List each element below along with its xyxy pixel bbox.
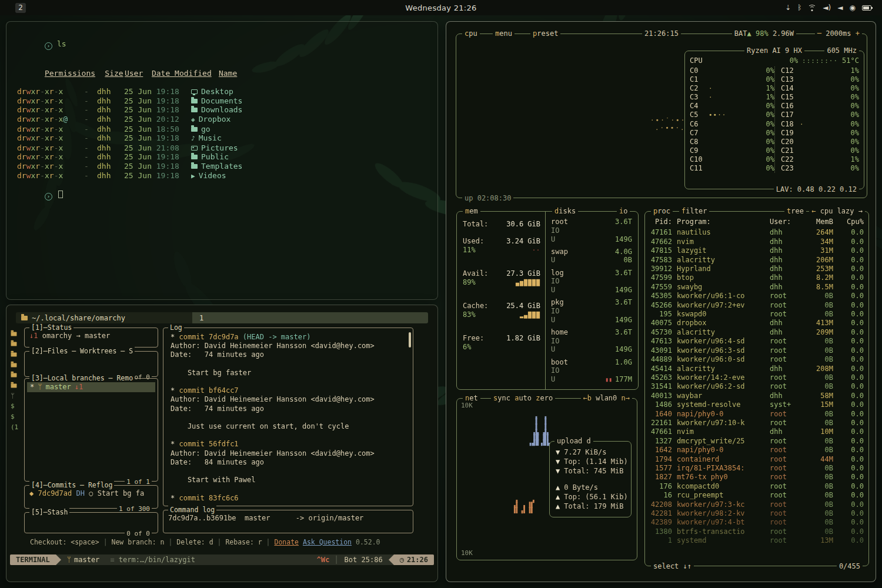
tree-button[interactable]: tree [784, 206, 806, 216]
sort-selector[interactable]: ← cpu lazy → [809, 206, 865, 216]
cpu-core-row: C60% [690, 120, 774, 129]
terminal-window[interactable]: ›ls PermissionsSizeUserDate ModifiedName… [6, 21, 438, 300]
process-row[interactable]: 1577irq/81-PIXA3854:root0B0.0 [650, 464, 864, 473]
process-row[interactable]: 176kcompactd0root0B0.0 [650, 482, 864, 491]
workspace-indicator[interactable]: 2 [15, 3, 26, 13]
process-row[interactable]: 47662nvimdhh34M0.0 [650, 238, 864, 246]
process-row[interactable]: 195kswapd0root0B0.0 [650, 310, 864, 319]
process-row[interactable]: 22161kworker/u97:10-kroot0B0.0 [650, 419, 864, 427]
filter-button[interactable]: filter [679, 206, 709, 216]
process-row[interactable]: 43091kworker/u96:3-sdroot0B0.0 [650, 346, 864, 355]
network-box[interactable]: net sync auto zero ←b wlan0 n→ 10K 10K ▖… [456, 398, 637, 560]
disks-label[interactable]: disks [552, 206, 578, 216]
mic-icon[interactable]: ◄ [837, 4, 843, 11]
process-row[interactable]: 47661nvimdhh10M0.0 [650, 427, 864, 436]
net-option-auto[interactable]: auto [514, 393, 532, 403]
stash-panel[interactable]: [5]─Stash 0 of 0 [24, 512, 158, 533]
update-interval-control[interactable]: ─ 2000ms + [815, 29, 862, 38]
branch-row[interactable]: *ᛘmaster↓1 [27, 382, 155, 392]
commits-panel[interactable]: [4]─Commits ─ Reflog ◆ 7dc9d7ad DH ○ Sta… [24, 485, 158, 509]
repo-branch: omarchy → master [42, 332, 111, 340]
log-commit: * commit bf64cc7Author: David Heinemeier… [171, 386, 407, 440]
process-row[interactable]: 45730alacrittydhh209M0.0 [650, 328, 864, 337]
memory-box[interactable]: mem disks io Total:30.6 GiBUsed:3.24 GiB… [456, 211, 639, 390]
tab-1[interactable]: 1 [199, 314, 203, 322]
folder-icon [191, 99, 198, 103]
process-row[interactable]: 47161nautilusdhh264M0.0 [650, 228, 864, 237]
donate-link[interactable]: Donate [274, 538, 299, 546]
folder-icon [191, 164, 198, 169]
branches-panel[interactable]: [3]─Local branches ─ Remo *ᛘmaster↓1 1 o… [24, 378, 158, 482]
download-stat: ▼7.27 KiB/s [556, 447, 625, 457]
bluetooth-icon[interactable]: ᛒ [797, 4, 801, 11]
lazygit-window[interactable]: ~/.local/share/omarchy 1 ᛘ$$(1 [1]─Statu… [6, 305, 438, 582]
branch-icon: ᛘ [38, 382, 42, 392]
file-row: drwxr-xr-x-dhh25 Jun 19:18♪Music [6, 133, 437, 143]
commit-row[interactable]: ◆ 7dc9d7ad DH ○ Start bg fa [29, 489, 154, 497]
updates-icon[interactable]: ⇣ [785, 4, 791, 11]
git-icon: ᛘ [11, 391, 22, 402]
clock-icon: ◷ [400, 554, 404, 565]
process-row[interactable]: 42389kworker/u97:4-btroot0B0.0 [650, 518, 864, 527]
disk-boot: boot1.0GIOU▮▮177M [551, 358, 632, 385]
process-row[interactable]: 45305kworker/u96:1-coroot0B0.0 [650, 292, 864, 300]
cpu-core-row: C200% [781, 138, 859, 146]
files-panel[interactable]: [2]─Files ─ Worktrees ─ S 0 of 0 [24, 351, 158, 377]
process-box[interactable]: proc filter tree ← cpu lazy → Pid: Progr… [644, 211, 869, 566]
file-row: drwxr-xr-x-dhh25 Jun 19:18Templates [6, 162, 437, 171]
battery-icon[interactable] [862, 5, 871, 11]
process-row[interactable]: 1642napi/phy0-0root0B0.0 [650, 446, 864, 455]
process-row[interactable]: 47613kworker/u96:4-sdroot0B0.0 [650, 337, 864, 346]
cpu-box[interactable]: cpu menu preset 21:26:15 BAT▲ 98% 2.96W … [456, 34, 867, 198]
process-row[interactable]: 16rcu_preemptroot0B0.0 [650, 491, 864, 500]
menu-button[interactable]: menu [493, 29, 514, 38]
wifi-icon[interactable] [808, 5, 816, 11]
process-row[interactable]: 1380btrfs-transactioroot0B0.0 [650, 527, 864, 536]
process-row[interactable]: 45414alacrittydhh208M0.0 [650, 365, 864, 373]
process-row[interactable]: 47599btopdhh8.2M0.0 [650, 273, 864, 282]
file-row: drwxr-xr-x-dhh25 Jun 21:08Pictures [6, 143, 437, 153]
cpu-core-row: C70% [690, 129, 774, 138]
powerline-separator [389, 554, 394, 565]
process-row[interactable]: 42208kworker/u97:3-kcroot0B0.0 [650, 500, 864, 509]
net-option-sync[interactable]: sync [493, 393, 510, 403]
process-row[interactable]: 1794containerdroot44M0.0 [650, 455, 864, 464]
battery-status: BAT▲ 98% 2.96W [732, 29, 796, 38]
process-row[interactable]: 1486systemd-resolvesyst+15M0.0 [650, 400, 864, 409]
clock: Wednesday 21:26 [129, 4, 753, 12]
preset-button[interactable]: preset [530, 29, 560, 38]
command-log-panel[interactable]: Command log 7dc9d7a..b3691be master -> o… [163, 510, 413, 533]
process-row[interactable]: 47815lazygitdhh31M0.0 [650, 246, 864, 255]
volume-icon[interactable]: ◄) [823, 4, 831, 11]
net-interface-selector[interactable]: ←b wlan0 n→ [581, 393, 633, 403]
prompt-icon: › [45, 42, 52, 50]
process-row[interactable]: 31541kworker/u96:2-sdroot0B0.0 [650, 382, 864, 391]
user-icon[interactable]: ◉ [850, 4, 856, 11]
status-panel[interactable]: [1]─Status ↓1 omarchy → master [24, 328, 158, 348]
process-row[interactable]: 45266kworker/u97:2+evroot0B0.0 [650, 301, 864, 310]
process-row[interactable]: 1327dmcrypt_write/25root0B0.0 [650, 437, 864, 446]
process-row[interactable]: 1systemdroot13M0.0 [650, 536, 864, 545]
process-row[interactable]: 40013waybardhh58M0.0 [650, 392, 864, 400]
process-row[interactable]: 47583alacrittydhh206M0.0 [650, 256, 864, 265]
process-row[interactable]: 40075dropboxdhh413M0.0 [650, 319, 864, 328]
net-option-zero[interactable]: zero [536, 393, 553, 403]
ask-question-link[interactable]: Ask Question [303, 538, 352, 546]
process-row[interactable]: 42281kworker/u98:2-kvroot0B0.0 [650, 509, 864, 518]
scrollbar[interactable] [409, 332, 411, 348]
process-row[interactable]: 39912Hyprlanddhh253M0.0 [650, 265, 864, 273]
log-panel[interactable]: Log * commit 7dc9d7a (HEAD -> master)Aut… [163, 328, 413, 506]
process-row[interactable]: 1827mt76-tx phy0root0B0.0 [650, 473, 864, 482]
file-row: drwxr-xr-x-dhh25 Jun 19:18Downloads [6, 105, 437, 115]
process-row[interactable]: 47559swaybgdhh8.5M0.0 [650, 283, 864, 292]
load-average: LAV: 0.48 0.22 0.12 [774, 185, 859, 194]
net-stats-label[interactable]: upload d [554, 436, 593, 446]
cpu-core-row: C210% [781, 146, 859, 155]
btop-window[interactable]: cpu menu preset 21:26:15 BAT▲ 98% 2.96W … [446, 21, 876, 582]
process-row[interactable]: 1640napi/phy0-0root0B0.0 [650, 410, 864, 419]
process-row[interactable]: 45263kworker/14:2-everoot0B0.0 [650, 373, 864, 382]
io-label[interactable]: io [617, 206, 630, 216]
repo-path-segment[interactable]: ~/.local/share/omarchy [16, 312, 192, 323]
process-row[interactable]: 44889kworker/u96:0-sdroot0B0.0 [650, 355, 864, 364]
select-hint[interactable]: select ↓↑ [651, 562, 694, 571]
